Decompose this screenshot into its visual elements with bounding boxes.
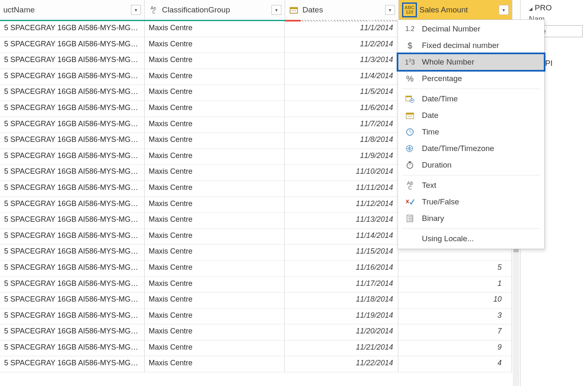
table-row[interactable]: 5 SPACEGRAY 16GB AI586-MYS-MG472...Maxis… [0, 277, 512, 293]
svg-point-4 [293, 10, 294, 11]
type-icon: 1.2 [404, 25, 416, 33]
table-row[interactable]: 5 SPACEGRAY 16GB AI586-MYS-MG472...Maxis… [0, 292, 512, 309]
svg-rect-1 [290, 7, 298, 9]
menu-item-label: Percentage [422, 74, 462, 83]
cell-product: 5 SPACEGRAY 16GB AI586-MYS-MG472... [0, 197, 145, 213]
cell-date: 11/10/2014 [285, 165, 398, 180]
cell-classification: Maxis Centre [145, 85, 285, 101]
cell-classification: Maxis Centre [145, 245, 285, 260]
menu-item-date-time[interactable]: Date/Time [398, 91, 544, 107]
any-type-icon[interactable]: ABC123 [402, 2, 417, 17]
menu-item-date[interactable]: Date [398, 107, 544, 124]
cell-sales: 4 [398, 356, 512, 372]
menu-item-label: Whole Number [422, 58, 474, 67]
menu-item-label: Time [422, 127, 439, 137]
column-header-dates[interactable]: Dates ▼ [285, 0, 399, 20]
menu-item-using-locale[interactable]: Using Locale... [398, 230, 544, 247]
cell-product: 5 SPACEGRAY 16GB AI586-MYS-MG472... [0, 21, 145, 37]
menu-item-duration[interactable]: Duration [398, 157, 544, 173]
svg-rect-7 [406, 96, 412, 97]
cell-date: 11/8/2014 [285, 133, 398, 149]
cell-date: 11/21/2014 [285, 340, 398, 356]
cell-classification: Maxis Centre [145, 292, 285, 308]
date-type-icon [288, 6, 299, 14]
cell-sales: 1 [398, 277, 512, 292]
cell-date: 11/3/2014 [285, 53, 398, 69]
cell-classification: Maxis Centre [145, 277, 285, 292]
type-icon [404, 95, 416, 103]
menu-item-whole-number[interactable]: 123Whole Number [398, 54, 544, 70]
cell-date: 11/1/2014 [285, 21, 398, 37]
menu-item-percentage[interactable]: %Percentage [398, 70, 544, 87]
table-row[interactable]: 5 SPACEGRAY 16GB AI586-MYS-MG472...Maxis… [0, 324, 512, 340]
cell-product: 5 SPACEGRAY 16GB AI586-MYS-MG472... [0, 117, 145, 133]
cell-classification: Maxis Centre [145, 261, 285, 276]
cell-classification: Maxis Centre [145, 324, 285, 340]
cell-product: 5 SPACEGRAY 16GB AI586-MYS-MG472... [0, 324, 145, 340]
cell-classification: Maxis Centre [145, 181, 285, 197]
column-header-label: uctName [3, 5, 131, 14]
menu-item-label: Date [422, 111, 438, 120]
cell-product: 5 SPACEGRAY 16GB AI586-MYS-MG472... [0, 85, 145, 101]
menu-item-label: Text [422, 181, 436, 190]
cell-date: 11/14/2014 [285, 229, 398, 245]
cell-date: 11/18/2014 [285, 292, 398, 308]
column-header-label: Dates [302, 5, 385, 14]
menu-item-fixed-decimal-number[interactable]: $Fixed decimal number [398, 37, 544, 54]
menu-item-time[interactable]: Time [398, 124, 544, 140]
cell-date: 11/11/2014 [285, 181, 398, 197]
cell-sales: 5 [398, 261, 512, 276]
cell-date: 11/5/2014 [285, 85, 398, 101]
cell-classification: Maxis Centre [145, 149, 285, 165]
cell-date: 11/22/2014 [285, 356, 398, 372]
menu-item-label: Date/Time [422, 94, 458, 103]
cell-classification: Maxis Centre [145, 165, 285, 180]
menu-item-true-false[interactable]: True/False [398, 194, 544, 210]
menu-item-decimal-number[interactable]: 1.2Decimal Number [398, 21, 544, 37]
table-row[interactable]: 5 SPACEGRAY 16GB AI586-MYS-MG472...Maxis… [0, 356, 512, 372]
menu-item-label: Date/Time/Timezone [422, 144, 494, 153]
cell-sales: 10 [398, 292, 512, 308]
type-icon [404, 144, 416, 153]
filter-dropdown-button[interactable]: ▼ [271, 5, 281, 15]
table-row[interactable]: 5 SPACEGRAY 16GB AI586-MYS-MG472...Maxis… [0, 261, 512, 277]
menu-item-date-time-timezone[interactable]: Date/Time/Timezone [398, 140, 544, 157]
filter-dropdown-button[interactable]: ▼ [385, 5, 395, 15]
column-header-classificationgroup[interactable]: AB C ClassificationGroup ▼ [145, 0, 285, 20]
panel-title-properties[interactable]: PRO [529, 3, 588, 12]
table-row[interactable]: 5 SPACEGRAY 16GB AI586-MYS-MG472...Maxis… [0, 309, 512, 325]
cell-date: 11/17/2014 [285, 277, 398, 292]
cell-date: 11/20/2014 [285, 324, 398, 340]
cell-classification: Maxis Centre [145, 37, 285, 53]
type-icon: $ [404, 41, 416, 50]
cell-classification: Maxis Centre [145, 356, 285, 372]
cell-product: 5 SPACEGRAY 16GB AI586-MYS-MG472... [0, 101, 145, 117]
cell-classification: Maxis Centre [145, 101, 285, 117]
menu-item-label: Fixed decimal number [422, 41, 499, 50]
filter-dropdown-button[interactable]: ▼ [131, 5, 141, 15]
cell-product: 5 SPACEGRAY 16GB AI586-MYS-MG472... [0, 309, 145, 324]
menu-item-label: Decimal Number [422, 24, 480, 34]
data-type-menu[interactable]: 1.2Decimal Number$Fixed decimal number12… [398, 19, 545, 249]
cell-date: 11/19/2014 [285, 309, 398, 324]
svg-point-13 [408, 116, 409, 117]
svg-line-18 [410, 132, 412, 133]
table-row[interactable]: 5 SPACEGRAY 16GB AI586-MYS-MG472...Maxis… [0, 340, 512, 357]
column-header-salesamount[interactable]: ABC123 Sales Amount ▼ [399, 0, 512, 20]
cell-classification: Maxis Centre [145, 309, 285, 324]
cell-date: 11/6/2014 [285, 101, 398, 117]
svg-rect-12 [406, 113, 414, 115]
column-header-productname[interactable]: uctName ▼ [0, 0, 145, 20]
cell-classification: Maxis Centre [145, 197, 285, 213]
column-header-label: Sales Amount [419, 5, 499, 14]
cell-product: 5 SPACEGRAY 16GB AI586-MYS-MG472... [0, 165, 145, 180]
column-header-row: uctName ▼ AB C ClassificationGroup ▼ Dat… [0, 0, 520, 21]
menu-item-text[interactable]: AB CText [398, 177, 544, 194]
menu-item-binary[interactable]: Binary [398, 210, 544, 227]
filter-dropdown-button[interactable]: ▼ [499, 5, 509, 15]
cell-product: 5 SPACEGRAY 16GB AI586-MYS-MG472... [0, 340, 145, 356]
type-icon [404, 128, 416, 136]
cell-date: 11/12/2014 [285, 197, 398, 213]
cell-product: 5 SPACEGRAY 16GB AI586-MYS-MG472... [0, 53, 145, 69]
svg-point-5 [295, 10, 296, 11]
